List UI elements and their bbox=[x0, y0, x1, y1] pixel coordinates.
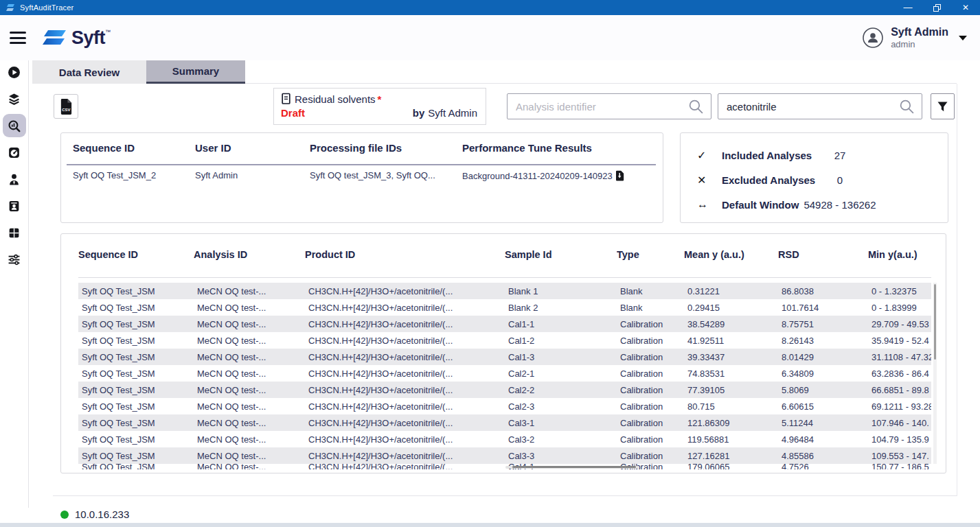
csv-file-icon: CSV bbox=[59, 98, 73, 115]
app-window: SyftAuditTracer — ✕ Syft ™ bbox=[0, 0, 980, 527]
col-header-sample-id[interactable]: Sample Id bbox=[505, 249, 617, 260]
table-cell: Calibration bbox=[617, 451, 684, 461]
table-cell: Syft OQ Test_JSM bbox=[78, 385, 194, 395]
download-file-icon[interactable] bbox=[615, 170, 624, 181]
table-row[interactable]: Syft OQ Test_JSMMeCN OQ test-...CH3CN.H+… bbox=[78, 349, 931, 365]
included-analyses-value: 27 bbox=[792, 150, 888, 161]
table-cell: Blank 2 bbox=[505, 303, 617, 313]
table-cell: 107.946 - 140. bbox=[868, 418, 931, 428]
table-cell: 101.7614 bbox=[778, 303, 868, 313]
horizontal-scrollbar-thumb[interactable] bbox=[512, 466, 636, 468]
table-row[interactable]: Syft OQ Test_JSMMeCN OQ test-...CH3CN.H+… bbox=[78, 382, 931, 398]
table-cell: MeCN OQ test-... bbox=[194, 336, 305, 346]
default-window-row: ↔ Default Window 54928 - 136262 bbox=[681, 192, 948, 217]
search-icon[interactable] bbox=[688, 99, 704, 115]
sidebar-item-analysis-search[interactable] bbox=[3, 114, 26, 137]
restore-icon bbox=[933, 4, 941, 12]
tab-data-review[interactable]: Data Review bbox=[32, 60, 146, 84]
table-row[interactable]: Syft OQ Test_JSMMeCN OQ test-...CH3CN.H+… bbox=[78, 431, 931, 447]
table-cell: Calibration bbox=[617, 434, 684, 445]
table-cell: Calibration bbox=[617, 368, 684, 379]
table-cell: Syft OQ Test_JSM bbox=[78, 368, 194, 379]
search-icon[interactable] bbox=[899, 99, 915, 115]
vertical-scrollbar-thumb[interactable] bbox=[934, 284, 936, 360]
col-header-rsd[interactable]: RSD bbox=[778, 249, 868, 260]
sidebar-item-gauge[interactable] bbox=[3, 141, 26, 164]
connection-status-icon bbox=[60, 511, 69, 519]
report-status-panel[interactable]: Residual solvents * Draft bySyft Admin bbox=[273, 88, 486, 125]
table-cell: 179.06065 bbox=[684, 464, 778, 469]
table-cell: 4.85586 bbox=[778, 451, 868, 461]
report-author: Syft Admin bbox=[428, 107, 477, 119]
table-cell: Calibration bbox=[617, 418, 684, 428]
filter-button[interactable] bbox=[931, 93, 955, 119]
avatar-icon bbox=[862, 27, 884, 49]
results-table-rows: Syft OQ Test_JSMMeCN OQ test-...CH3CN.H+… bbox=[78, 283, 931, 469]
table-cell: 66.6851 - 89.8 bbox=[868, 385, 931, 395]
brand-trademark: ™ bbox=[105, 29, 111, 35]
table-row[interactable]: Syft OQ Test_JSMMeCN OQ test-...CH3CN.H+… bbox=[78, 299, 931, 316]
table-row[interactable]: Syft OQ Test_JSMMeCN OQ test-...CH3CN.H+… bbox=[78, 398, 931, 414]
table-cell: CH3CN.H+[42]/H3O+/acetonitrile/(... bbox=[305, 418, 505, 428]
table-cell: CH3CN.H+[42]/H3O+/acetonitrile/(... bbox=[305, 336, 505, 346]
col-header-product-id[interactable]: Product ID bbox=[305, 249, 505, 260]
user-role: admin bbox=[891, 39, 948, 49]
table-cell: MeCN OQ test-... bbox=[194, 303, 305, 313]
table-row[interactable]: Syft OQ Test_JSMMeCN OQ test-...CH3CN.H+… bbox=[78, 464, 931, 469]
contact-card-icon bbox=[8, 200, 21, 213]
table-row[interactable]: Syft OQ Test_JSMMeCN OQ test-...CH3CN.H+… bbox=[78, 414, 931, 431]
table-cell: MeCN OQ test-... bbox=[194, 385, 305, 395]
sidebar-item-contact-card[interactable] bbox=[3, 194, 26, 218]
table-cell: 4.7526 bbox=[778, 464, 868, 469]
table-row[interactable]: Syft OQ Test_JSMMeCN OQ test-...CH3CN.H+… bbox=[78, 447, 931, 464]
default-window-label: Default Window bbox=[722, 199, 799, 211]
sidebar-item-layers[interactable] bbox=[3, 87, 26, 110]
table-cell: Syft OQ Test_JSM bbox=[78, 336, 194, 346]
required-mark: * bbox=[378, 93, 382, 105]
table-cell: CH3CN.H+[42]/H3O+/acetonitrile/(... bbox=[305, 464, 505, 469]
table-row[interactable]: Syft OQ Test_JSMMeCN OQ test-...CH3CN.H+… bbox=[78, 316, 931, 332]
app-logo-icon bbox=[6, 3, 15, 12]
hamburger-menu-icon[interactable] bbox=[10, 32, 26, 44]
table-cell: 8.26143 bbox=[778, 336, 868, 346]
col-header-sequence-id[interactable]: Sequence ID bbox=[78, 249, 194, 260]
close-button[interactable]: ✕ bbox=[951, 0, 980, 15]
user-menu[interactable]: Syft Admin admin bbox=[862, 26, 968, 49]
content-bottom-border bbox=[53, 495, 957, 496]
sidebar-item-play[interactable] bbox=[3, 60, 26, 84]
table-cell: 104.79 - 135.9 bbox=[868, 434, 931, 445]
compound-search-input[interactable] bbox=[718, 101, 899, 113]
export-csv-button[interactable]: CSV bbox=[54, 94, 78, 119]
table-cell: 5.11244 bbox=[778, 418, 868, 428]
server-ip: 10.0.16.233 bbox=[75, 508, 129, 520]
excluded-analyses-value: 0 bbox=[792, 174, 888, 186]
table-row[interactable]: Syft OQ Test_JSMMeCN OQ test-...CH3CN.H+… bbox=[78, 365, 931, 382]
col-header-min-y[interactable]: Min y(a.u.) bbox=[868, 249, 931, 260]
cross-icon: ✕ bbox=[697, 174, 712, 187]
user-name: Syft Admin bbox=[891, 26, 948, 38]
table-cell: 0.29415 bbox=[684, 303, 778, 313]
table-cell: CH3CN.H+[42]/H3O+/acetonitrile/(... bbox=[305, 401, 505, 412]
sidebar-item-user-admin[interactable] bbox=[3, 167, 26, 191]
table-row[interactable]: Syft OQ Test_JSMMeCN OQ test-...CH3CN.H+… bbox=[78, 332, 931, 349]
sequence-id-value: Syft OQ Test_JSM_2 bbox=[73, 170, 195, 181]
minimize-button[interactable]: — bbox=[893, 0, 922, 15]
table-row[interactable]: Syft OQ Test_JSMMeCN OQ test-...CH3CN.H+… bbox=[78, 283, 931, 299]
results-table-header: Sequence ID Analysis ID Product ID Sampl… bbox=[78, 249, 931, 260]
col-header-mean-y[interactable]: Mean y (a.u.) bbox=[684, 249, 778, 260]
table-cell: MeCN OQ test-... bbox=[194, 401, 305, 412]
compound-search-box bbox=[718, 93, 922, 119]
table-cell: CH3CN.H+[42]/H3O+/acetonitrile/(... bbox=[305, 286, 505, 296]
sidebar-item-grid[interactable] bbox=[3, 221, 26, 244]
included-analyses-row: ✓ Included Analyses 27 bbox=[681, 143, 948, 167]
window-title: SyftAuditTracer bbox=[20, 3, 73, 12]
col-header-analysis-id[interactable]: Analysis ID bbox=[194, 249, 305, 260]
sidebar-item-tune[interactable] bbox=[3, 248, 26, 271]
analysis-search-box bbox=[507, 93, 711, 119]
tab-summary[interactable]: Summary bbox=[146, 60, 245, 84]
col-header-type[interactable]: Type bbox=[617, 249, 684, 260]
restore-button[interactable] bbox=[922, 0, 951, 15]
analysis-identifier-input[interactable] bbox=[508, 101, 688, 113]
table-cell: Calibration bbox=[617, 352, 684, 362]
table-cell: CH3CN.H+[42]/H3O+/acetonitrile/(... bbox=[305, 385, 505, 395]
